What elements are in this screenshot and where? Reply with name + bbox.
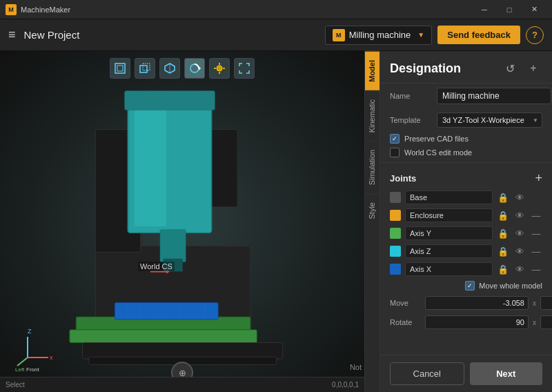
viewport[interactable]: World CS Z x Left Front ⊕ Select 0,0,0,0… <box>0 51 364 392</box>
joint-row-axis-y: Axis Y 🔒 👁 — <box>380 224 552 242</box>
joint-lock-axis-y[interactable]: 🔒 <box>497 227 509 239</box>
joint-name-axis-y: Axis Y <box>405 226 493 240</box>
svg-text:Left: Left <box>15 366 25 371</box>
cancel-button[interactable]: Cancel <box>390 362 464 385</box>
template-field-row: Template 3d YZ-Tool X-Workpiece Default … <box>380 108 552 132</box>
toolbar-left: ≡ New Project <box>8 28 79 42</box>
app-name: MachineMaker <box>21 6 70 14</box>
machine-selector[interactable]: M Milling machine ▼ <box>325 26 433 45</box>
joint-name-base: Base <box>405 190 493 204</box>
joint-minus-enclosure[interactable]: — <box>530 209 542 222</box>
rotate-x-unit: x <box>533 319 536 326</box>
move-whole-checkbox[interactable] <box>465 281 475 291</box>
template-select-wrap: 3d YZ-Tool X-Workpiece Default Custom <box>437 112 542 128</box>
name-label: Name <box>390 92 431 100</box>
next-button[interactable]: Next <box>470 362 543 385</box>
svg-rect-18 <box>124 90 215 110</box>
joint-eye-enclosure[interactable]: 👁 <box>513 209 526 222</box>
name-input[interactable] <box>437 88 551 104</box>
joints-title: Joints <box>390 173 416 184</box>
panel-title: Designation <box>390 61 461 76</box>
titlebar-left: M MachineMaker <box>6 4 70 15</box>
titlebar: M MachineMaker ─ □ ✕ <box>0 0 552 19</box>
status-mode: Select <box>6 381 25 389</box>
status-coords: 0,0,0,0,1 <box>332 381 359 389</box>
joint-eye-base[interactable]: 👁 <box>513 191 526 204</box>
move-x-input[interactable] <box>425 296 529 310</box>
joint-eye-axis-x[interactable]: 👁 <box>513 263 526 275</box>
svg-rect-33 <box>83 343 283 359</box>
panel-add-button[interactable]: + <box>524 59 542 77</box>
panel-footer: Cancel Next <box>380 355 552 392</box>
joint-color-axis-y <box>390 228 401 239</box>
joint-eye-axis-y[interactable]: 👁 <box>513 227 526 239</box>
move-label: Move <box>390 299 421 307</box>
tab-model[interactable]: Model <box>365 51 379 90</box>
joint-color-axis-z <box>390 246 401 257</box>
minimize-button[interactable]: ─ <box>472 0 497 19</box>
close-button[interactable]: ✕ <box>522 0 546 19</box>
svg-text:Z: Z <box>28 328 32 335</box>
refresh-button[interactable]: ↺ <box>501 59 519 77</box>
move-whole-row: Move whole model <box>380 278 552 293</box>
move-y-input[interactable] <box>540 296 552 310</box>
content-area: World CS Z x Left Front ⊕ Select 0,0,0,0… <box>0 51 552 392</box>
joint-color-axis-x <box>390 264 401 275</box>
preserve-cad-row: Preserve CAD files <box>380 132 552 146</box>
world-cs-label: World CS edit mode <box>404 148 472 157</box>
joint-row-axis-x: Axis X 🔒 👁 — <box>380 260 552 278</box>
svg-rect-19 <box>160 230 186 262</box>
joint-lock-axis-x[interactable]: 🔒 <box>497 263 509 275</box>
send-feedback-button[interactable]: Send feedback <box>437 26 520 44</box>
joints-section-header: Joints + <box>380 166 552 188</box>
joint-row-base: Base 🔒 👁 — <box>380 188 552 206</box>
machine-name-label: Milling machine <box>349 30 411 40</box>
preserve-cad-label: Preserve CAD files <box>404 135 469 143</box>
svg-rect-22 <box>70 330 257 343</box>
panel-header-actions: ↺ + <box>501 59 542 77</box>
rotate-label: Rotate <box>390 318 421 326</box>
world-cs-checkbox[interactable] <box>390 148 400 157</box>
svg-rect-17 <box>134 110 166 227</box>
joints-add-button[interactable]: + <box>535 171 542 186</box>
joint-row-axis-z: Axis Z 🔒 👁 — <box>380 242 552 260</box>
joint-lock-base[interactable]: 🔒 <box>497 191 509 204</box>
joint-name-axis-z: Axis Z <box>405 244 493 258</box>
name-field-row: Name <box>380 84 552 108</box>
menu-icon[interactable]: ≡ <box>8 28 16 42</box>
joint-lock-axis-z[interactable]: 🔒 <box>497 245 509 257</box>
axis-indicator: Z x Left Front <box>14 323 62 371</box>
tab-kinematic[interactable]: Kinematic <box>365 90 379 141</box>
template-select[interactable]: 3d YZ-Tool X-Workpiece Default Custom <box>437 112 542 128</box>
joint-name-enclosure: Enclosure <box>405 208 493 222</box>
rotate-y-input[interactable] <box>540 315 552 329</box>
template-label: Template <box>390 116 431 124</box>
move-row: Move x x x <box>380 293 552 313</box>
right-panel: Designation ↺ + Name Template 3d YZ-Tool… <box>379 51 552 392</box>
world-cs-row: World CS edit mode <box>380 146 552 159</box>
statusbar: Select 0,0,0,0,1 <box>0 377 364 392</box>
rotate-row: Rotate x x x <box>380 313 552 332</box>
svg-text:x: x <box>50 354 53 361</box>
joint-row-enclosure: Enclosure 🔒 👁 — <box>380 206 552 224</box>
maximize-button[interactable]: □ <box>497 0 522 19</box>
move-x-unit: x <box>533 300 536 307</box>
joint-minus-axis-x[interactable]: — <box>530 263 542 275</box>
machine-illustration <box>21 65 338 369</box>
joint-lock-enclosure[interactable]: 🔒 <box>497 209 509 222</box>
joint-minus-axis-y[interactable]: — <box>530 227 542 239</box>
rotate-x-input[interactable] <box>425 315 529 329</box>
joint-color-base <box>390 192 401 203</box>
help-button[interactable]: ? <box>526 26 544 44</box>
toolbar-center: M Milling machine ▼ Send feedback ? <box>325 26 544 45</box>
tab-simulation[interactable]: Simulation <box>365 141 379 193</box>
joint-eye-axis-z[interactable]: 👁 <box>513 245 526 257</box>
joint-minus-axis-z[interactable]: — <box>530 245 542 257</box>
world-cs-label: World CS <box>138 262 175 271</box>
preserve-cad-checkbox[interactable] <box>390 134 400 144</box>
tab-style[interactable]: Style <box>365 193 379 227</box>
side-tabs: Model Kinematic Simulation Style <box>364 51 379 392</box>
move-whole-label: Move whole model <box>479 282 542 290</box>
svg-text:Front: Front <box>26 366 39 371</box>
window-controls: ─ □ ✕ <box>472 0 546 19</box>
